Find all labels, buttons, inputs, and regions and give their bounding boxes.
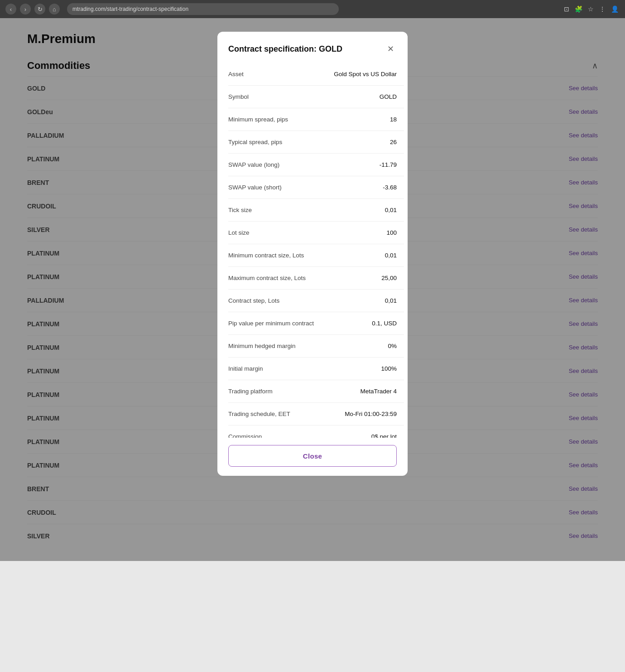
spec-label: Lot size [228,229,386,236]
spec-value: GOLD [380,93,397,100]
spec-row: Trading schedule, EETMo-Fri 01:00-23:59 [228,402,404,425]
spec-row: Initial margin100% [228,357,404,380]
spec-value: Gold Spot vs US Dollar [334,71,397,77]
spec-value: 100 [386,229,397,236]
spec-value: -3.68 [383,184,397,191]
modal-header: Contract specification: GOLD ✕ [217,32,408,63]
modal-footer: Close [217,438,408,476]
spec-label: Tick size [228,207,385,213]
reload-button[interactable]: ↻ [34,4,45,15]
close-button[interactable]: Close [228,445,397,467]
spec-row: Lot size100 [228,221,404,244]
menu-icon[interactable]: ⋮ [598,5,606,14]
url-bar[interactable]: mtrading.com/start-trading/contract-spec… [67,3,339,15]
spec-label: Trading schedule, EET [228,411,345,417]
spec-value: 0% [388,343,397,349]
extension-icon[interactable]: 🧩 [574,5,583,14]
modal-title: Contract specification: GOLD [228,44,342,54]
contract-spec-modal: Contract specification: GOLD ✕ AssetGold… [217,32,408,476]
spec-value: -11.79 [380,161,397,168]
spec-value: 25,00 [381,275,397,281]
spec-value: 100% [381,365,397,372]
spec-row: Minimum contract size, Lots0,01 [228,244,404,266]
browser-actions: ⊡ 🧩 ☆ ⋮ 👤 [563,5,620,14]
spec-label: Minimum spread, pips [228,116,390,123]
spec-row: SymbolGOLD [228,85,404,108]
spec-label: SWAP value (short) [228,184,383,191]
spec-row: SWAP value (short)-3.68 [228,176,404,198]
spec-value: 26 [390,139,397,145]
url-text: mtrading.com/start-trading/contract-spec… [72,6,188,12]
spec-label: Commission [228,433,371,438]
page-content: M.Premium Commodities ∧ GOLDSee detailsG… [0,18,625,561]
modal-overlay: Contract specification: GOLD ✕ AssetGold… [0,18,625,561]
spec-row: Contract step, Lots0,01 [228,289,404,312]
cast-icon[interactable]: ⊡ [563,5,570,14]
spec-label: Trading platform [228,388,360,395]
modal-close-icon-button[interactable]: ✕ [384,43,397,55]
modal-body[interactable]: AssetGold Spot vs US DollarSymbolGOLDMin… [217,63,408,438]
spec-row: AssetGold Spot vs US Dollar [228,63,404,85]
spec-value: Mo-Fri 01:00-23:59 [345,411,397,417]
spec-row: Trading platformMetaTrader 4 [228,380,404,402]
spec-label: Minimum hedged margin [228,343,388,349]
spec-row: Tick size0,01 [228,198,404,221]
spec-value: 0,01 [385,297,397,304]
spec-value: MetaTrader 4 [360,388,397,395]
spec-value: 0,01 [385,207,397,213]
spec-label: Minimum contract size, Lots [228,252,385,259]
spec-label: Pip value per minimum contract [228,320,372,327]
spec-row: Minimum hedged margin0% [228,334,404,357]
spec-value: 0,01 [385,252,397,259]
forward-button[interactable]: › [20,4,31,15]
spec-value: 0.1, USD [372,320,397,327]
profile-icon[interactable]: 👤 [610,5,620,14]
spec-label: Maximum contract size, Lots [228,275,381,281]
spec-label: Typical spread, pips [228,139,390,145]
spec-row: Commission0$ per lot [228,425,404,438]
spec-row: Typical spread, pips26 [228,131,404,153]
spec-row: Pip value per minimum contract0.1, USD [228,312,404,334]
spec-row: Minimum spread, pips18 [228,108,404,131]
spec-label: Asset [228,71,334,77]
spec-row: Maximum contract size, Lots25,00 [228,266,404,289]
bookmark-icon[interactable]: ☆ [587,5,595,14]
browser-chrome: ‹ › ↻ ⌂ mtrading.com/start-trading/contr… [0,0,625,18]
spec-value: 0$ per lot [371,433,397,438]
back-button[interactable]: ‹ [5,4,16,15]
home-button[interactable]: ⌂ [49,4,60,15]
spec-row: SWAP value (long)-11.79 [228,153,404,176]
spec-value: 18 [390,116,397,123]
spec-label: Initial margin [228,365,381,372]
spec-label: Symbol [228,93,380,100]
spec-label: SWAP value (long) [228,161,380,168]
spec-label: Contract step, Lots [228,297,385,304]
